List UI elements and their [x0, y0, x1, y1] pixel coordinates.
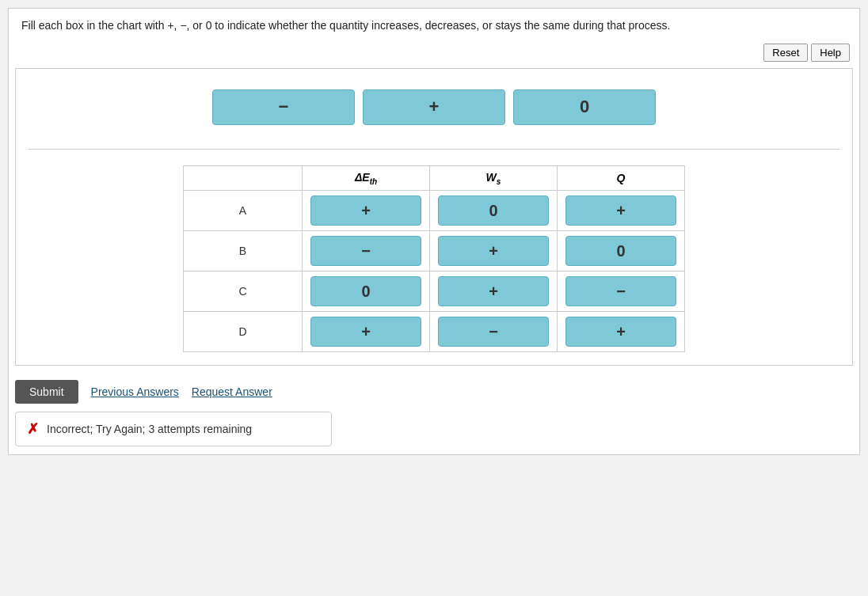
help-button[interactable]: Help — [811, 44, 850, 62]
cell-btn-A-col3[interactable]: + — [565, 196, 676, 226]
feedback-message: Incorrect; Try Again; 3 attempts remaini… — [47, 423, 252, 435]
row-label-A: A — [184, 191, 303, 231]
table-row: C0+− — [184, 271, 685, 312]
page-container: Fill each box in the chart with +, −, or… — [8, 8, 860, 455]
header-btn-1[interactable]: − — [212, 89, 355, 125]
cell-B-col3: 0 — [558, 231, 685, 271]
main-content: − + 0 ΔEth Ws Q — [15, 68, 853, 366]
cell-btn-A-col1[interactable]: + — [310, 196, 421, 226]
header-btn-3[interactable]: 0 — [513, 89, 656, 125]
cell-btn-C-col1[interactable]: 0 — [310, 276, 421, 306]
cell-A-col3: + — [558, 191, 685, 231]
cell-btn-B-col2[interactable]: + — [438, 236, 549, 266]
submit-button[interactable]: Submit — [15, 380, 78, 404]
cell-btn-A-col2[interactable]: 0 — [438, 196, 549, 226]
col-header-Q: Q — [558, 165, 685, 191]
table-row: D+−+ — [184, 312, 685, 352]
previous-answers-button[interactable]: Previous Answers — [91, 385, 179, 398]
incorrect-icon: ✗ — [27, 420, 39, 438]
col-header-dEth: ΔEth — [303, 165, 430, 191]
feedback-box: ✗ Incorrect; Try Again; 3 attempts remai… — [15, 412, 332, 446]
header-btn-2[interactable]: + — [363, 89, 505, 125]
cell-D-col3: + — [558, 312, 685, 352]
cell-A-col1: + — [303, 191, 430, 231]
cell-C-col1: 0 — [303, 271, 430, 312]
reset-button[interactable]: Reset — [763, 44, 808, 62]
cell-btn-D-col1[interactable]: + — [310, 317, 421, 347]
cell-C-col3: − — [558, 271, 685, 312]
cell-btn-B-col1[interactable]: − — [310, 236, 421, 266]
grid-table: ΔEth Ws Q A+0+B−+0C0+−D+−+ — [183, 165, 685, 353]
table-row: A+0+ — [184, 191, 685, 231]
row-label-D: D — [184, 312, 303, 352]
cell-C-col2: + — [430, 271, 558, 312]
cell-A-col2: 0 — [430, 191, 558, 231]
cell-btn-B-col3[interactable]: 0 — [565, 236, 676, 266]
corner-cell — [184, 165, 303, 191]
instruction-text: Fill each box in the chart with +, −, or… — [9, 9, 859, 40]
cell-B-col2: + — [430, 231, 558, 271]
header-buttons-row: − + 0 — [29, 82, 839, 133]
cell-D-col1: + — [303, 312, 430, 352]
row-label-C: C — [184, 271, 303, 312]
toolbar: Reset Help — [9, 40, 859, 68]
cell-btn-D-col3[interactable]: + — [565, 317, 676, 347]
cell-btn-D-col2[interactable]: − — [438, 317, 549, 347]
table-row: B−+0 — [184, 231, 685, 271]
row-label-B: B — [184, 231, 303, 271]
cell-btn-C-col3[interactable]: − — [565, 276, 676, 306]
divider — [29, 149, 839, 150]
bottom-bar: Submit Previous Answers Request Answer — [9, 372, 859, 412]
request-answer-button[interactable]: Request Answer — [192, 385, 272, 398]
cell-B-col1: − — [303, 231, 430, 271]
grid-area: ΔEth Ws Q A+0+B−+0C0+−D+−+ — [29, 165, 839, 353]
cell-D-col2: − — [430, 312, 558, 352]
cell-btn-C-col2[interactable]: + — [438, 276, 549, 306]
col-header-Ws: Ws — [430, 165, 558, 191]
